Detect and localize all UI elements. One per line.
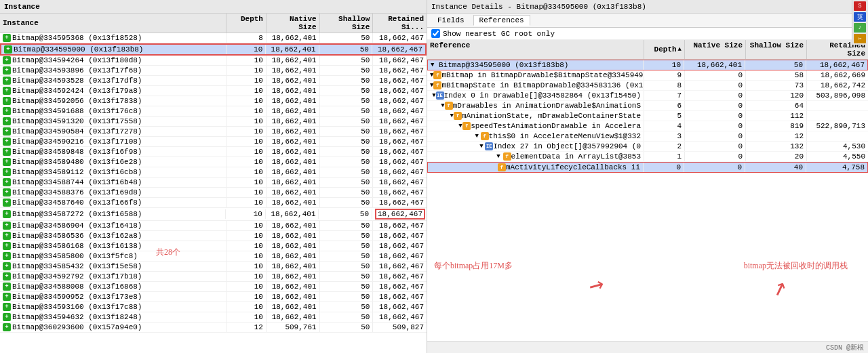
instance-text: Bitmap@334585800 (0x13f5fc8) bbox=[12, 252, 138, 260]
gc-root-checkbox[interactable] bbox=[431, 29, 440, 38]
tree-row[interactable]: ▼ f this$0 in AccelerateMenuView$1@332 3… bbox=[427, 131, 868, 142]
table-row[interactable]: + Bitmap@334590584 (0x13f17278) 10 18,66… bbox=[0, 127, 427, 137]
tree-toggle[interactable]: ▼ bbox=[431, 62, 439, 68]
ref-native: 0 bbox=[685, 121, 746, 131]
tree-row[interactable]: ▼ f speedTestAnimationDrawable in Accele… bbox=[427, 121, 868, 131]
table-row[interactable]: + Bitmap@334588376 (0x13f169d8) 10 18,66… bbox=[0, 188, 427, 198]
tree-row[interactable]: ▼ f elementData in ArrayList@3853 1 0 20… bbox=[427, 152, 868, 162]
ref-native: 0 bbox=[685, 91, 746, 100]
table-row[interactable]: + Bitmap@334587272 (0x13f16588) 10 18,66… bbox=[0, 208, 427, 221]
instance-table-body[interactable]: + Bitmap@334595368 (0x13f18528) 8 18,662… bbox=[0, 33, 427, 353]
instance-retained: 18,662,467 bbox=[373, 96, 427, 106]
tree-row[interactable]: ▼ IE Index 0 in Drawable[]@334582864 (0x… bbox=[427, 91, 868, 101]
instance-depth: 10 bbox=[226, 167, 267, 177]
tree-row[interactable]: ▼ f mAnimationState, mDrawableContainerS… bbox=[427, 111, 868, 121]
table-row[interactable]: + Bitmap@334588008 (0x13f16868) 10 18,66… bbox=[0, 282, 427, 292]
instance-icon: + bbox=[3, 34, 11, 42]
ref-depth: 9 bbox=[644, 70, 685, 80]
table-row[interactable]: + Bitmap@334591688 (0x13f176c8) 10 18,66… bbox=[0, 106, 427, 117]
tree-row[interactable]: ▼ f mBitmap in BitmapDrawable$BitmapStat… bbox=[427, 70, 868, 81]
tab-references[interactable]: References bbox=[473, 15, 530, 26]
table-row[interactable]: + Bitmap@360293600 (0x157a94e0) 12 509,7… bbox=[0, 323, 427, 333]
toolbar-mic-icon[interactable]: ♪ bbox=[854, 23, 866, 33]
instance-name: + Bitmap@334594632 (0x13f18248) bbox=[0, 312, 226, 322]
instance-name: + Bitmap@334592424 (0x13f179a8) bbox=[0, 86, 226, 96]
instance-icon: + bbox=[3, 107, 11, 115]
table-row[interactable]: + Bitmap@334594632 (0x13f18248) 10 18,66… bbox=[0, 312, 427, 323]
toolbar-clip-icon[interactable]: ✂ bbox=[854, 34, 866, 43]
table-row[interactable]: + Bitmap@334595368 (0x13f18528) 8 18,662… bbox=[0, 33, 427, 43]
table-row[interactable]: + Bitmap@334592792 (0x13f17b18) 10 18,66… bbox=[0, 272, 427, 282]
toolbar-s-icon[interactable]: S bbox=[854, 1, 866, 11]
table-row[interactable]: + Bitmap@334593160 (0x13f17c88) 10 18,66… bbox=[0, 302, 427, 312]
tree-row[interactable]: f mActivityLifecycleCallbacks ii 0 0 40 … bbox=[427, 162, 868, 173]
depth-label: Depth bbox=[654, 45, 677, 54]
tree-toggle[interactable]: ▼ bbox=[441, 102, 444, 109]
table-row[interactable]: + Bitmap@334592424 (0x13f179a8) 10 18,66… bbox=[0, 86, 427, 96]
table-row[interactable]: + Bitmap@334589480 (0x13f16e28) 10 18,66… bbox=[0, 157, 427, 167]
instance-text: Bitmap@334585432 (0x13f15e58) bbox=[12, 262, 142, 270]
instance-text: Bitmap@360293600 (0x157a94e0) bbox=[12, 323, 142, 331]
ref-depth: 6 bbox=[644, 101, 685, 110]
tree-row[interactable]: ▼ f mDrawables in AnimationDrawable$Anim… bbox=[427, 101, 868, 111]
ref-cell: ▼ f mAnimationState, mDrawableContainerS… bbox=[427, 111, 644, 121]
toolbar-lang-icon[interactable]: 英 bbox=[854, 12, 866, 22]
ref-depth: 4 bbox=[644, 121, 685, 131]
instance-retained: 18,662,467 bbox=[373, 157, 427, 167]
instance-depth: 10 bbox=[226, 157, 267, 167]
table-row[interactable]: + Bitmap@334593896 (0x13f17f68) 10 18,66… bbox=[0, 66, 427, 76]
table-row[interactable]: + Bitmap@334595000 (0x13f183b8) 10 18,66… bbox=[0, 43, 427, 56]
table-row[interactable]: + Bitmap@334591320 (0x13f17558) 10 18,66… bbox=[0, 117, 427, 127]
instance-name: + Bitmap@334585432 (0x13f15e58) bbox=[0, 262, 226, 271]
table-row[interactable]: + Bitmap@334589112 (0x13f16cb8) 10 18,66… bbox=[0, 167, 427, 178]
instance-text: Bitmap@334590584 (0x13f17278) bbox=[12, 127, 142, 136]
ref-cell: f mActivityLifecycleCallbacks ii bbox=[428, 163, 644, 172]
instance-native: 18,662,401 bbox=[267, 231, 320, 241]
instance-depth: 10 bbox=[226, 127, 267, 136]
tree-row[interactable]: ▼ f mBitmapState in BitmapDrawable@33458… bbox=[427, 81, 868, 91]
instance-name: + Bitmap@334593160 (0x13f17c88) bbox=[0, 302, 226, 312]
instance-name: + Bitmap@334585800 (0x13f5fc8) bbox=[0, 251, 226, 261]
instance-text: Bitmap@334586536 (0x13f162a8) bbox=[12, 232, 142, 240]
ref-native: 0 bbox=[685, 152, 746, 161]
table-row[interactable]: + Bitmap@334589848 (0x13f16f98) 10 18,66… bbox=[0, 147, 427, 157]
tree-toggle[interactable]: ▼ bbox=[479, 143, 485, 150]
instance-native: 18,662,401 bbox=[267, 147, 320, 157]
ref-retained bbox=[807, 105, 868, 106]
instance-depth: 10 bbox=[226, 117, 267, 126]
instance-shallow: 50 bbox=[320, 312, 374, 322]
table-row[interactable]: + Bitmap@334588744 (0x13f16b48) 10 18,66… bbox=[0, 178, 427, 188]
table-row[interactable]: + Bitmap@334593528 (0x13f17df8) 10 18,66… bbox=[0, 76, 427, 86]
tree-row[interactable]: ▼ IE Index 27 in Object[]@357992904 (0 2… bbox=[427, 142, 868, 152]
instance-list-header: Instance bbox=[0, 0, 427, 14]
instance-native: 18,662,401 bbox=[267, 198, 320, 207]
instance-name: + Bitmap@334594264 (0x13f180d8) bbox=[0, 56, 226, 65]
table-row[interactable]: + Bitmap@334594264 (0x13f180d8) 10 18,66… bbox=[0, 56, 427, 66]
ref-text: mBitmap in BitmapDrawable$BitmapState@33… bbox=[441, 71, 644, 79]
ref-shallow: 132 bbox=[746, 142, 807, 151]
instance-depth: 10 bbox=[226, 282, 267, 291]
table-row[interactable]: + Bitmap@334587640 (0x13f166f8) 10 18,66… bbox=[0, 198, 427, 208]
ref-retained: 18,662,669 bbox=[807, 70, 868, 80]
table-row[interactable]: + Bitmap@334586168 (0x13f16138) 10 18,66… bbox=[0, 241, 427, 251]
field-icon: f bbox=[433, 81, 441, 89]
table-row[interactable]: + Bitmap@334592056 (0x13f17838) 10 18,66… bbox=[0, 96, 427, 106]
instance-retained: 18,662,467 bbox=[372, 208, 427, 220]
tab-fields[interactable]: Fields bbox=[431, 15, 471, 26]
instance-native: 18,662,401 bbox=[267, 221, 320, 230]
instance-name: + Bitmap@334591688 (0x13f176c8) bbox=[0, 106, 226, 116]
tree-toggle[interactable]: ▼ bbox=[496, 153, 502, 160]
table-row[interactable]: + Bitmap@334585432 (0x13f15e58) 10 18,66… bbox=[0, 262, 427, 272]
table-row[interactable]: + Bitmap@334586904 (0x13f16418) 10 18,66… bbox=[0, 221, 427, 231]
tree-toggle[interactable]: ▼ bbox=[475, 133, 480, 140]
references-tree-body[interactable]: ▼ Bitmap@334595000 (0x13f183b8) 10 18,66… bbox=[427, 60, 868, 341]
table-row[interactable]: + Bitmap@334590216 (0x13f17108) 10 18,66… bbox=[0, 137, 427, 147]
tree-toggle[interactable]: ▼ bbox=[432, 92, 435, 99]
instance-text: Bitmap@334591320 (0x13f17558) bbox=[12, 117, 142, 125]
table-row[interactable]: + Bitmap@334590952 (0x13f173e8) 10 18,66… bbox=[0, 292, 427, 302]
instance-name: + Bitmap@334589480 (0x13f16e28) bbox=[0, 157, 226, 167]
table-row[interactable]: + Bitmap@334586536 (0x13f162a8) 10 18,66… bbox=[0, 231, 427, 241]
instance-icon: + bbox=[3, 252, 11, 260]
table-row[interactable]: + Bitmap@334585800 (0x13f5fc8) 10 18,662… bbox=[0, 251, 427, 262]
tree-row[interactable]: ▼ Bitmap@334595000 (0x13f183b8) 10 18,66… bbox=[427, 60, 868, 70]
